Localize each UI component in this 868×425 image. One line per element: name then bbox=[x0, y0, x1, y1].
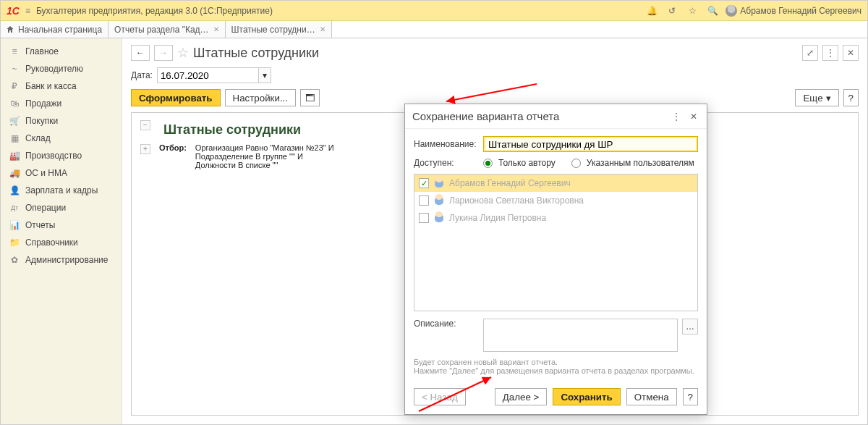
sidebar-item-label: ОС и НМА bbox=[25, 168, 67, 178]
sidebar-item-label: Отчеты bbox=[25, 220, 55, 230]
date-dropdown-icon[interactable]: ▾ bbox=[258, 67, 271, 83]
user-name: Абрамов Геннадий Сергеевич bbox=[449, 178, 571, 188]
back-button[interactable]: < Назад bbox=[414, 388, 466, 405]
cart-icon: 🛒 bbox=[9, 116, 20, 126]
radio-selected-users[interactable] bbox=[571, 159, 581, 168]
user-icon bbox=[435, 179, 443, 188]
sidebar: ≡Главное ~Руководителю ₽Банк и касса 🛍Пр… bbox=[1, 38, 122, 424]
sidebar-item-label: Администрирование bbox=[25, 255, 108, 265]
save-variant-dialog: Сохранение варианта отчета ⋮ ✕ Наименова… bbox=[404, 104, 707, 415]
radio-author-label: Только автору bbox=[498, 158, 556, 168]
folder-icon: 📁 bbox=[9, 237, 20, 248]
expand-icon[interactable]: + bbox=[140, 144, 150, 154]
back-button[interactable]: ← bbox=[131, 45, 150, 61]
sidebar-item-label: Руководителю bbox=[25, 64, 83, 74]
chart-icon: ~ bbox=[9, 64, 20, 74]
sidebar-item-operations[interactable]: ДтОперации bbox=[1, 199, 122, 216]
tab-staff-label: Штатные сотрудни… bbox=[231, 25, 315, 35]
user-name: Ларионова Светлана Викторовна bbox=[449, 195, 584, 206]
next-button[interactable]: Далее > bbox=[495, 388, 548, 405]
tab-home-label: Начальная страница bbox=[18, 25, 102, 35]
save-button[interactable]: Сохранить bbox=[553, 388, 620, 405]
date-label: Дата: bbox=[131, 70, 153, 80]
checkbox[interactable] bbox=[419, 195, 429, 206]
close-icon[interactable]: ✕ bbox=[213, 25, 219, 33]
more-button-label: Еще bbox=[803, 93, 822, 104]
settings-button[interactable]: Настройки... bbox=[225, 89, 296, 106]
hamburger-icon[interactable]: ≡ bbox=[25, 6, 30, 16]
sidebar-item-production[interactable]: 🏭Производство bbox=[1, 147, 122, 164]
sidebar-item-label: Производство bbox=[25, 151, 82, 161]
sidebar-item-assets[interactable]: 🚚ОС и НМА bbox=[1, 164, 122, 182]
more-button[interactable]: Еще ▾ bbox=[795, 89, 838, 106]
ellipsis-button[interactable]: … bbox=[682, 319, 698, 334]
sidebar-item-label: Зарплата и кадры bbox=[25, 185, 98, 195]
bar-chart-icon: 📊 bbox=[9, 220, 20, 230]
close-icon[interactable]: ✕ bbox=[320, 25, 326, 33]
sidebar-item-directories[interactable]: 📁Справочники bbox=[1, 234, 122, 251]
filter-text: Организация Равно "Магазин №23" И Подраз… bbox=[191, 143, 339, 170]
ruble-icon: ₽ bbox=[9, 81, 20, 91]
link-icon[interactable]: ⤢ bbox=[802, 45, 818, 61]
variant-name-input[interactable] bbox=[483, 136, 698, 152]
sidebar-item-label: Склад bbox=[25, 133, 51, 143]
sidebar-item-label: Главное bbox=[25, 46, 59, 56]
search-icon[interactable]: 🔍 bbox=[705, 6, 720, 16]
sidebar-item-label: Справочники bbox=[25, 237, 78, 248]
sidebar-item-purchases[interactable]: 🛒Покупки bbox=[1, 112, 122, 130]
cancel-button[interactable]: Отмена bbox=[626, 388, 677, 405]
user-row[interactable]: Ларионова Светлана Викторовна bbox=[414, 192, 697, 209]
checkbox[interactable]: ✓ bbox=[419, 178, 429, 188]
checkbox[interactable] bbox=[419, 213, 429, 223]
description-input[interactable] bbox=[483, 319, 678, 352]
tab-staff[interactable]: Штатные сотрудни…✕ bbox=[226, 21, 332, 38]
description-label: Описание: bbox=[414, 319, 479, 329]
collapse-icon[interactable]: − bbox=[140, 120, 150, 130]
sidebar-item-reports[interactable]: 📊Отчеты bbox=[1, 216, 122, 234]
user-row[interactable]: Лукина Лидия Петровна bbox=[414, 209, 697, 227]
more-menu-icon[interactable]: ⋮ bbox=[822, 45, 838, 61]
date-input[interactable] bbox=[157, 67, 258, 83]
sidebar-item-admin[interactable]: ✿Администрирование bbox=[1, 251, 122, 269]
user-name: Лукина Лидия Петровна bbox=[449, 213, 546, 223]
hint-line-1: Будет сохранен новый вариант отчета. bbox=[414, 358, 698, 366]
truck-icon: 🚚 bbox=[9, 168, 20, 178]
grid-icon: ▦ bbox=[9, 133, 20, 143]
sidebar-item-main[interactable]: ≡Главное bbox=[1, 43, 122, 60]
factory-icon: 🏭 bbox=[9, 151, 20, 161]
gear-icon: ✿ bbox=[9, 255, 20, 265]
user-list[interactable]: ✓ Абрамов Геннадий Сергеевич Ларионова С… bbox=[414, 174, 698, 311]
report-title: Штатные сотрудники bbox=[163, 122, 334, 138]
dialog-close-icon[interactable]: ✕ bbox=[688, 111, 699, 122]
variant-icon-button[interactable]: 🗔 bbox=[300, 89, 320, 106]
user-icon bbox=[435, 214, 443, 222]
user-row[interactable]: ✓ Абрамов Геннадий Сергеевич bbox=[414, 174, 697, 192]
sidebar-item-label: Покупки bbox=[25, 116, 58, 126]
generate-button[interactable]: Сформировать bbox=[131, 89, 221, 106]
star-icon[interactable]: ☆ bbox=[685, 6, 699, 16]
hint-line-2: Нажмите "Далее" для размещения варианта … bbox=[414, 366, 698, 375]
help-button[interactable]: ? bbox=[843, 89, 859, 106]
dialog-help-button[interactable]: ? bbox=[683, 388, 698, 405]
sidebar-item-warehouse[interactable]: ▦Склад bbox=[1, 130, 122, 147]
tab-home[interactable]: Начальная страница bbox=[1, 21, 109, 38]
dialog-more-icon[interactable]: ⋮ bbox=[671, 111, 682, 122]
sidebar-item-sales[interactable]: 🛍Продажи bbox=[1, 95, 122, 112]
chevron-down-icon: ▾ bbox=[826, 93, 831, 104]
user-menu[interactable]: Абрамов Геннадий Сергеевич bbox=[726, 5, 861, 17]
sidebar-item-hr[interactable]: 👤Зарплата и кадры bbox=[1, 182, 122, 199]
sidebar-item-manager[interactable]: ~Руководителю bbox=[1, 60, 122, 77]
sidebar-item-bank[interactable]: ₽Банк и касса bbox=[1, 77, 122, 95]
history-icon[interactable]: ↺ bbox=[665, 6, 679, 16]
forward-button[interactable]: → bbox=[154, 45, 173, 61]
name-label: Наименование: bbox=[414, 139, 479, 149]
person-icon: 👤 bbox=[9, 185, 20, 195]
bell-icon[interactable]: 🔔 bbox=[644, 6, 659, 16]
tab-reports[interactable]: Отчеты раздела "Кад…✕ bbox=[109, 21, 225, 38]
tabs-bar: Начальная страница Отчеты раздела "Кад…✕… bbox=[1, 21, 867, 38]
radio-author-only[interactable] bbox=[483, 159, 493, 168]
favorite-star-icon[interactable]: ☆ bbox=[177, 45, 189, 61]
tab-reports-label: Отчеты раздела "Кад… bbox=[114, 25, 208, 35]
close-page-icon[interactable]: ✕ bbox=[843, 45, 859, 61]
access-label: Доступен: bbox=[414, 158, 479, 168]
